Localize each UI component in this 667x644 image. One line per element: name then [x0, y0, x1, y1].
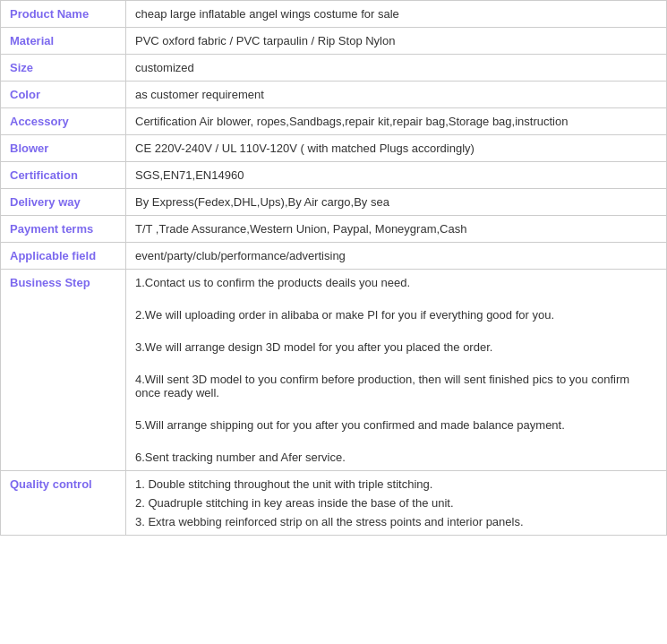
table-row: Business Step1.Contact us to confirm the… — [1, 270, 667, 471]
row-label: Accessory — [1, 108, 126, 135]
row-value: By Express(Fedex,DHL,Ups),By Air cargo,B… — [126, 189, 667, 216]
row-value: event/party/club/performance/advertising — [126, 243, 667, 270]
row-value: PVC oxford fabric / PVC tarpaulin / Rip … — [126, 28, 667, 55]
row-value: customized — [126, 55, 667, 82]
table-row: Quality control1. Double stitching throu… — [1, 471, 667, 536]
row-label: Delivery way — [1, 189, 126, 216]
row-label: Payment terms — [1, 216, 126, 243]
row-value: 1.Contact us to confirm the products dea… — [126, 270, 667, 471]
row-label: Material — [1, 28, 126, 55]
row-value: T/T ,Trade Assurance,Western Union, Payp… — [126, 216, 667, 243]
table-row: Delivery wayBy Express(Fedex,DHL,Ups),By… — [1, 189, 667, 216]
row-value: cheap large inflatable angel wings costu… — [126, 1, 667, 28]
row-label: Certification — [1, 162, 126, 189]
row-label: Blower — [1, 135, 126, 162]
table-row: AccessoryCertification Air blower, ropes… — [1, 108, 667, 135]
row-label: Product Name — [1, 1, 126, 28]
row-value: 1. Double stitching throughout the unit … — [126, 471, 667, 536]
table-row: CertificationSGS,EN71,EN14960 — [1, 162, 667, 189]
table-row: Coloras customer requirement — [1, 82, 667, 108]
row-value: Certification Air blower, ropes,Sandbags… — [126, 108, 667, 135]
table-row: MaterialPVC oxford fabric / PVC tarpauli… — [1, 28, 667, 55]
product-info-table: Product Namecheap large inflatable angel… — [0, 0, 667, 536]
row-label: Size — [1, 55, 126, 82]
table-row: Payment termsT/T ,Trade Assurance,Wester… — [1, 216, 667, 243]
row-value: as customer requirement — [126, 82, 667, 108]
row-value: CE 220V-240V / UL 110V-120V ( with match… — [126, 135, 667, 162]
table-row: Sizecustomized — [1, 55, 667, 82]
table-row: Product Namecheap large inflatable angel… — [1, 1, 667, 28]
table-row: Applicable fieldevent/party/club/perform… — [1, 243, 667, 270]
row-value: SGS,EN71,EN14960 — [126, 162, 667, 189]
row-label: Color — [1, 82, 126, 108]
row-label: Applicable field — [1, 243, 126, 270]
table-row: BlowerCE 220V-240V / UL 110V-120V ( with… — [1, 135, 667, 162]
row-label: Business Step — [1, 270, 126, 471]
row-label: Quality control — [1, 471, 126, 536]
